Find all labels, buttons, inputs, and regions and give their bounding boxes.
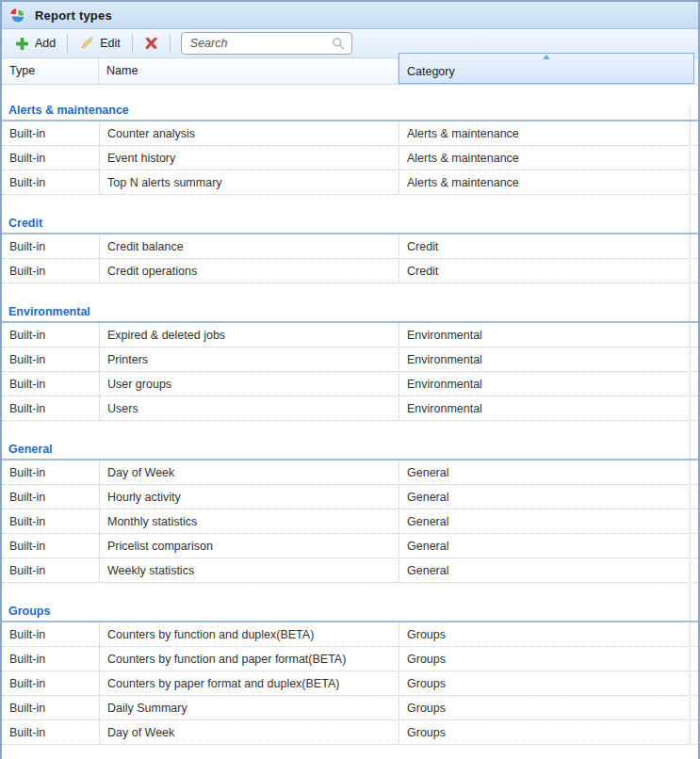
cell-name: Credit operations [99,259,399,283]
titlebar: Report types [2,2,698,29]
table-row[interactable]: Built-in Top N alerts summary Alerts & m… [2,170,698,195]
table-row[interactable]: Built-in Counter analysis Alerts & maint… [2,121,698,146]
cell-name: Expired & deleted jobs [99,323,399,347]
report-group: Environmental Built-in Expired & deleted… [2,305,698,421]
cell-category: Environmental [399,372,698,396]
group-rows: Built-in Counters by function and duplex… [2,622,698,745]
group-title: Credit [2,217,698,234]
report-group: Credit Built-in Credit balance Credit Bu… [2,217,698,283]
cell-name: Users [99,396,399,420]
delete-button[interactable] [136,33,167,54]
cell-type: Built-in [2,121,99,145]
pie-chart-icon [8,7,26,24]
report-types-grid: Alerts & maintenance Built-in Counter an… [2,104,698,745]
report-group: Alerts & maintenance Built-in Counter an… [2,104,698,195]
cell-type: Built-in [2,696,99,719]
table-row[interactable]: Built-in Credit balance Credit [2,234,698,259]
column-header-type[interactable]: Type [2,58,99,84]
table-row[interactable]: Built-in Daily Summary Groups [2,696,698,720]
cell-type: Built-in [2,146,99,170]
cell-name: Monthly statistics [99,509,399,533]
table-row[interactable]: Built-in Credit operations Credit [2,259,698,283]
toolbar-separator [67,34,68,53]
cell-category: Groups [399,696,698,719]
search-input[interactable] [188,36,332,51]
group-title: Alerts & maintenance [2,104,698,121]
cell-category: General [399,534,698,557]
report-group: Groups Built-in Counters by function and… [2,605,698,745]
cell-name: Counters by function and paper format(BE… [99,647,399,670]
table-row[interactable]: Built-in Event history Alerts & maintena… [2,146,698,170]
cell-name: Event history [99,146,399,170]
cell-type: Built-in [2,720,99,744]
group-rows: Built-in Counter analysis Alerts & maint… [2,121,698,195]
cell-type: Built-in [2,460,99,484]
table-row[interactable]: Built-in User groups Environmental [2,372,698,396]
cell-category: Groups [399,671,698,695]
cell-name: Day of Week [99,720,399,744]
cell-name: Hourly activity [99,485,399,509]
cell-category: Environmental [399,396,698,420]
group-title: Groups [2,605,698,622]
plus-icon [15,37,29,51]
cell-name: Weekly statistics [99,558,399,582]
cell-name: Counter analysis [99,121,399,145]
group-title: Environmental [2,305,698,323]
cell-type: Built-in [2,485,99,509]
add-button[interactable]: Add [7,33,64,55]
cell-category: General [399,460,698,484]
table-row[interactable]: Built-in Hourly activity General [2,485,698,509]
column-header-category-label: Category [407,61,455,83]
cell-type: Built-in [2,671,99,695]
cell-category: Groups [399,622,698,646]
cell-type: Built-in [2,509,99,533]
table-row[interactable]: Built-in Weekly statistics General [2,558,698,583]
table-row[interactable]: Built-in Day of Week General [2,460,698,485]
cell-type: Built-in [2,534,99,557]
cell-category: Credit [399,259,698,283]
cell-type: Built-in [2,558,99,582]
table-row[interactable]: Built-in Printers Environmental [2,347,698,372]
red-x-icon [144,37,158,50]
cell-name: User groups [99,372,399,396]
edit-button-label: Edit [100,37,121,50]
table-row[interactable]: Built-in Monthly statistics General [2,509,698,534]
cell-category: Alerts & maintenance [399,121,698,145]
cell-name: Counters by paper format and duplex(BETA… [99,671,399,695]
column-header-name[interactable]: Name [99,58,399,84]
toolbar-separator [132,34,133,53]
table-row[interactable]: Built-in Expired & deleted jobs Environm… [2,323,698,347]
cell-category: General [399,509,698,533]
group-rows: Built-in Expired & deleted jobs Environm… [2,323,698,421]
cell-name: Credit balance [99,234,399,258]
cell-type: Built-in [2,396,99,420]
table-row[interactable]: Built-in Pricelist comparison General [2,534,698,558]
table-row[interactable]: Built-in Counters by function and duplex… [2,622,698,647]
cell-type: Built-in [2,259,99,283]
edit-button[interactable]: Edit [71,32,129,55]
grid-header: Type Name Category [2,58,698,85]
cell-category: Environmental [399,347,698,371]
cell-category: General [399,485,698,509]
search-box [181,32,352,55]
cell-category: Credit [399,234,698,258]
cell-category: General [399,558,698,582]
window-title: Report types [35,8,112,23]
cell-category: Alerts & maintenance [399,146,698,170]
groups-container: Alerts & maintenance Built-in Counter an… [2,104,698,745]
cell-type: Built-in [2,647,99,670]
group-title: General [2,443,698,460]
column-header-category[interactable]: Category [399,53,694,84]
cell-name: Printers [99,347,399,371]
magnifier-icon [332,37,345,50]
cell-category: Groups [399,647,698,670]
table-row[interactable]: Built-in Day of Week Groups [2,720,698,745]
cell-category: Groups [399,720,698,744]
cell-type: Built-in [2,323,99,347]
table-row[interactable]: Built-in Counters by function and paper … [2,647,698,671]
cell-type: Built-in [2,234,99,258]
cell-type: Built-in [2,170,99,194]
table-row[interactable]: Built-in Users Environmental [2,396,698,421]
cell-name: Daily Summary [99,696,399,719]
table-row[interactable]: Built-in Counters by paper format and du… [2,671,698,696]
